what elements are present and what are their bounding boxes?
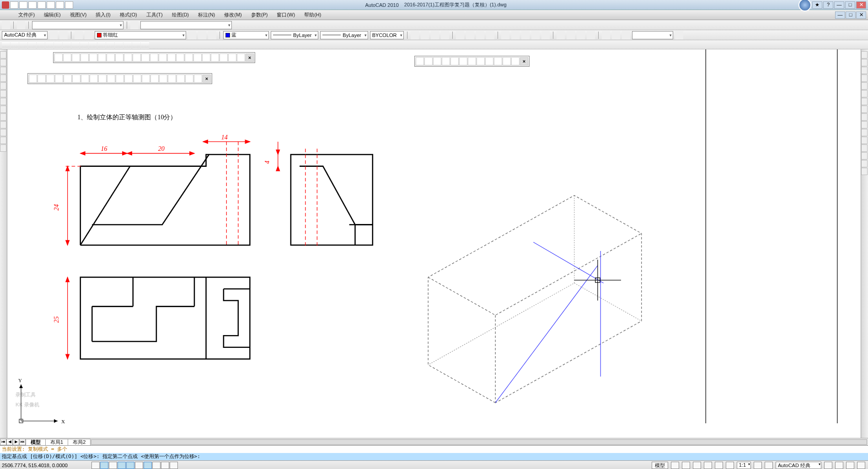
- cone-icon[interactable]: [19, 41, 27, 48]
- dim-edit-icon[interactable]: [602, 31, 610, 39]
- menu-draw[interactable]: 绘图(D): [167, 11, 193, 19]
- qat-plot-icon[interactable]: [56, 1, 64, 9]
- anno-auto-icon[interactable]: [765, 462, 773, 469]
- cylinder-icon[interactable]: [37, 41, 45, 48]
- polyline-icon[interactable]: [0, 59, 6, 66]
- dyn-toggle-icon[interactable]: [152, 462, 161, 469]
- dim-jogged-icon[interactable]: [466, 31, 474, 39]
- wedge-icon[interactable]: [11, 41, 19, 48]
- lwt-toggle-icon[interactable]: [161, 462, 169, 469]
- nav-pan-icon[interactable]: [693, 462, 701, 469]
- hatch-icon[interactable]: [0, 98, 6, 105]
- table-icon[interactable]: [0, 144, 6, 152]
- qat-new-icon[interactable]: [10, 1, 18, 9]
- dim-update-icon[interactable]: [622, 31, 630, 39]
- maximize-button[interactable]: □: [845, 1, 855, 9]
- tab-next-icon[interactable]: ▶: [13, 439, 19, 445]
- spline-icon[interactable]: [0, 106, 6, 113]
- menu-dimension[interactable]: 标注(N): [193, 11, 220, 19]
- otrack-toggle-icon[interactable]: [135, 462, 143, 469]
- layer-filter-icon[interactable]: [85, 31, 93, 39]
- menu-tools[interactable]: 工具(T): [142, 11, 167, 19]
- ws-lock-icon[interactable]: [824, 462, 832, 469]
- rectangle-icon[interactable]: [0, 82, 6, 90]
- dim-tedit-icon[interactable]: [612, 31, 620, 39]
- text-icon[interactable]: [0, 129, 6, 136]
- workspace-combo[interactable]: AutoCAD 经典: [2, 31, 48, 39]
- dim-break-icon[interactable]: [541, 31, 550, 39]
- torus-icon[interactable]: [45, 41, 54, 48]
- dim-radius-icon[interactable]: [456, 31, 464, 39]
- revolve-icon[interactable]: [106, 41, 114, 48]
- tab-layout1[interactable]: 布局1: [45, 439, 68, 445]
- erase-icon[interactable]: [861, 51, 868, 59]
- tab-model[interactable]: 模型: [26, 439, 46, 445]
- workspace-gear-icon[interactable]: [59, 31, 68, 39]
- workspace-status-combo[interactable]: AutoCAD 经典: [776, 462, 821, 469]
- copy-mod-icon[interactable]: [861, 59, 868, 66]
- move-icon[interactable]: [861, 90, 868, 97]
- cleanscreen-icon[interactable]: [857, 462, 865, 469]
- dim-arc-icon[interactable]: [431, 31, 439, 39]
- anno-vis-icon[interactable]: [754, 462, 762, 469]
- line-icon[interactable]: [0, 51, 6, 59]
- arc-tool-icon[interactable]: [0, 75, 6, 82]
- dim-ordinate-icon[interactable]: [441, 31, 449, 39]
- quickview-drawings-icon[interactable]: [682, 462, 690, 469]
- layer-state-icon[interactable]: [198, 31, 206, 39]
- subtract-icon[interactable]: [132, 41, 140, 48]
- menu-file[interactable]: 文件(F): [14, 11, 39, 19]
- favorite-icon[interactable]: ★: [812, 1, 822, 9]
- scale-icon[interactable]: [861, 106, 868, 113]
- tab-prev-icon[interactable]: ◀: [6, 439, 13, 445]
- drawing-canvas[interactable]: × ×: [7, 49, 861, 438]
- close-button[interactable]: ✕: [856, 1, 866, 9]
- qat-undo-icon[interactable]: [38, 1, 46, 9]
- qat-open-icon[interactable]: [19, 1, 27, 9]
- horizontal-scrollbar[interactable]: [91, 439, 867, 445]
- layer-match-icon[interactable]: [208, 31, 216, 39]
- nav-zoom-icon[interactable]: [704, 462, 712, 469]
- menu-format[interactable]: 格式(O): [115, 11, 142, 19]
- polar-toggle-icon[interactable]: [118, 462, 126, 469]
- presspull-icon[interactable]: [89, 41, 97, 48]
- explode-icon[interactable]: [861, 168, 868, 175]
- isolate-icon[interactable]: [846, 462, 854, 469]
- menu-insert[interactable]: 插入(I): [91, 11, 115, 19]
- qp-toggle-icon[interactable]: [170, 462, 178, 469]
- osnap-toggle-icon[interactable]: [126, 462, 134, 469]
- union-icon[interactable]: [123, 41, 132, 48]
- dimstyle-combo[interactable]: [632, 31, 673, 39]
- tab-first-icon[interactable]: ⏮: [0, 439, 6, 445]
- layer-prev-icon[interactable]: [188, 31, 196, 39]
- point-icon[interactable]: [0, 113, 6, 121]
- helix-icon[interactable]: [63, 41, 71, 48]
- menu-view[interactable]: 视图(V): [65, 11, 91, 19]
- menu-edit[interactable]: 编辑(E): [39, 11, 65, 19]
- dim-continue-icon[interactable]: [521, 31, 530, 39]
- box-icon[interactable]: [2, 41, 10, 48]
- layer-manager-icon[interactable]: [75, 31, 83, 39]
- anno-scale-combo[interactable]: 1:1: [737, 462, 751, 469]
- circle-icon[interactable]: [0, 67, 6, 74]
- doc-restore-icon[interactable]: □: [846, 11, 856, 19]
- region-icon[interactable]: [0, 137, 6, 144]
- qat-save-icon[interactable]: [28, 1, 37, 9]
- grid-toggle-icon[interactable]: [100, 462, 108, 469]
- app-menu-icon[interactable]: [2, 21, 10, 29]
- menu-param[interactable]: 参数(P): [246, 11, 273, 19]
- dim-quick-icon[interactable]: [501, 31, 509, 39]
- menu-window[interactable]: 窗口(W): [272, 11, 300, 19]
- dim-aligned-icon[interactable]: [421, 31, 429, 39]
- dim-angular-icon[interactable]: [486, 31, 494, 39]
- sphere-icon[interactable]: [28, 41, 36, 48]
- group-combo-2[interactable]: [140, 21, 232, 29]
- tab-layout2[interactable]: 布局2: [68, 439, 91, 445]
- tolerance-icon[interactable]: [557, 31, 565, 39]
- dimstyle-manager-icon[interactable]: [675, 31, 683, 39]
- dim-diameter-icon[interactable]: [476, 31, 484, 39]
- pyramid-icon[interactable]: [54, 41, 62, 48]
- array-icon[interactable]: [861, 82, 868, 90]
- ortho-toggle-icon[interactable]: [109, 462, 117, 469]
- extrude-icon[interactable]: [80, 41, 88, 48]
